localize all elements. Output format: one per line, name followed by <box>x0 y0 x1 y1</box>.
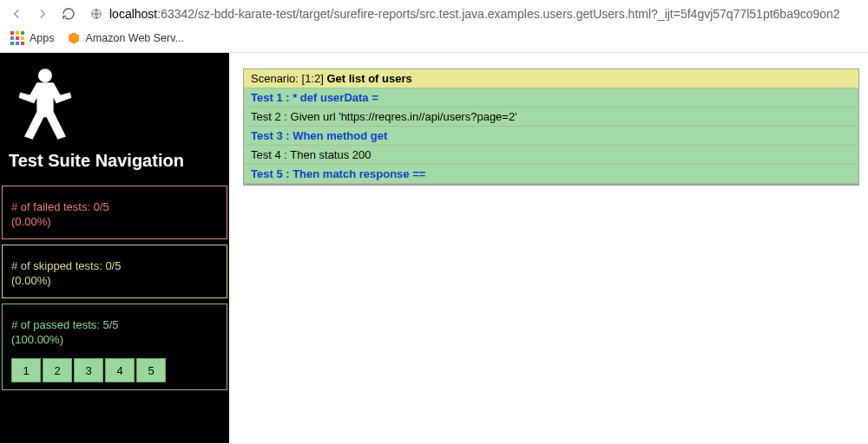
page-body: Test Suite Navigation # of failed tests:… <box>0 53 868 443</box>
forward-button[interactable] <box>35 6 50 22</box>
svg-marker-1 <box>69 32 79 43</box>
apps-icon <box>10 31 24 45</box>
back-button[interactable] <box>9 6 24 22</box>
test-btn-5[interactable]: 5 <box>136 358 166 382</box>
apps-label: Apps <box>30 32 55 44</box>
report-table: Scenario: [1:2] Get list of users Test 1… <box>243 69 859 186</box>
url-host: localhost <box>109 7 157 21</box>
apps-shortcut[interactable]: Apps <box>10 31 55 45</box>
address-bar[interactable]: localhost:63342/sz-bdd-karate-test/targe… <box>87 5 859 23</box>
bookmarks-bar: Apps Amazon Web Serv... <box>0 28 868 52</box>
url-port: :63342 <box>157 7 194 21</box>
failed-stat[interactable]: # of failed tests: 0/5 (0.00%) <box>2 186 227 239</box>
test-btn-1[interactable]: 1 <box>11 358 41 382</box>
main-pane: Scenario: [1:2] Get list of users Test 1… <box>229 53 868 443</box>
test-btn-3[interactable]: 3 <box>74 358 103 382</box>
bookmark-aws[interactable]: Amazon Web Serv... <box>67 31 184 45</box>
skipped-stat[interactable]: # of skipped tests: 0/5 (0.00%) <box>2 245 227 298</box>
url-path: /sz-bdd-karate-test/target/surefire-repo… <box>194 7 840 21</box>
scenario-title: Get list of users <box>326 72 411 85</box>
svg-point-2 <box>38 69 52 82</box>
passed-stat[interactable]: # of passed tests: 5/5 (100.00%) 1 2 3 4… <box>2 304 227 390</box>
step-row[interactable]: Test 1 : * def userData = <box>244 88 858 108</box>
globe-icon <box>90 8 102 20</box>
bookmark-label: Amazon Web Serv... <box>86 32 184 44</box>
step-row[interactable]: Test 3 : When method get <box>244 127 858 146</box>
step-row[interactable]: Test 5 : Then match response == <box>244 165 858 184</box>
test-btn-2[interactable]: 2 <box>43 358 72 382</box>
scenario-header[interactable]: Scenario: [1:2] Get list of users <box>244 69 858 88</box>
passed-line1: # of passed tests: 5/5 <box>11 318 218 331</box>
skipped-line2: (0.00%) <box>11 274 218 287</box>
karate-logo <box>0 53 229 151</box>
suite-title: Test Suite Navigation <box>0 151 229 183</box>
step-row: Test 2 : Given url 'https://reqres.in//a… <box>244 108 858 127</box>
failed-line1: # of failed tests: 0/5 <box>11 200 218 213</box>
skipped-line1: # of skipped tests: 0/5 <box>11 259 218 272</box>
scenario-prefix: Scenario: [1:2] <box>251 72 326 85</box>
browser-chrome: localhost:63342/sz-bdd-karate-test/targe… <box>0 0 868 53</box>
failed-line2: (0.00%) <box>11 215 218 228</box>
aws-icon <box>67 31 81 45</box>
nav-row: localhost:63342/sz-bdd-karate-test/targe… <box>0 0 868 28</box>
reload-button[interactable] <box>61 6 76 22</box>
sidebar: Test Suite Navigation # of failed tests:… <box>0 53 229 443</box>
passed-line2: (100.00%) <box>11 333 218 346</box>
test-buttons: 1 2 3 4 5 <box>11 358 218 382</box>
test-btn-4[interactable]: 4 <box>105 358 135 382</box>
step-row: Test 4 : Then status 200 <box>244 146 858 165</box>
